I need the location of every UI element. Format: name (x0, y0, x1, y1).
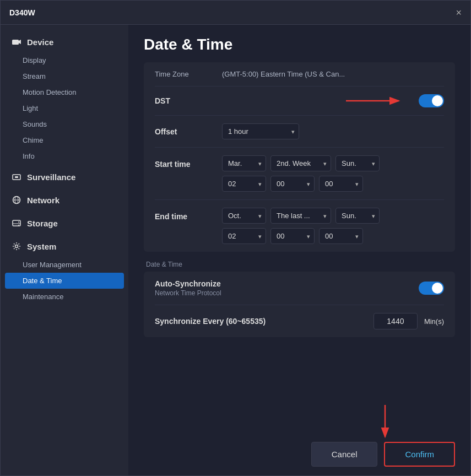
end-m1-select[interactable]: 00 (270, 228, 315, 244)
start-week-select[interactable]: 2nd. Week (270, 155, 331, 171)
confirm-button[interactable]: Confirm (384, 442, 455, 467)
sidebar-category-system[interactable]: System (1, 236, 128, 257)
svg-marker-1 (19, 40, 21, 44)
main-layout: Device Display Stream Motion Detection L… (1, 25, 470, 475)
end-month-select[interactable]: Oct. (222, 208, 266, 224)
start-day-select[interactable]: Sun. (335, 155, 380, 171)
dst-label: DST (155, 96, 215, 105)
footer: Cancel Confirm (128, 433, 470, 475)
sync-every-row: Synchronize Every (60~65535) Min(s) (155, 305, 444, 337)
end-time-bottom: 02 00 00 (222, 228, 444, 244)
start-time-top: Mar. 2nd. Week S (222, 155, 444, 171)
storage-label: Storage (27, 219, 58, 228)
sidebar-item-date-time[interactable]: Date & Time (5, 273, 124, 289)
offset-controls: 30 min 1 hour 2 hours (222, 123, 444, 139)
dst-arrow-indicator (346, 93, 407, 109)
timezone-value: (GMT-5:00) Eastern Time (US & Can... (222, 70, 345, 78)
app-window: D340W × Device Display (0, 0, 471, 476)
sidebar-item-sounds[interactable]: Sounds (1, 116, 128, 132)
offset-select-wrap: 30 min 1 hour 2 hours (222, 123, 299, 139)
sidebar-category-network[interactable]: Network (1, 190, 128, 210)
end-week-wrap: The last ... (270, 208, 331, 224)
end-day-select[interactable]: Sun. (335, 208, 380, 224)
dst-toggle[interactable] (419, 94, 444, 107)
end-week-select[interactable]: The last ... (270, 208, 331, 224)
sync-every-left: Synchronize Every (60~65535) (155, 316, 367, 326)
datetime-section-label: Date & Time (144, 261, 455, 268)
sidebar-item-maintenance[interactable]: Maintenance (1, 289, 128, 305)
start-month-wrap: Mar. (222, 155, 266, 171)
end-time-top: Oct. The last ... (222, 208, 444, 224)
sidebar-item-info[interactable]: Info (1, 148, 128, 164)
start-time-row: Start time Mar. 2nd. Wee (155, 148, 444, 200)
end-time-label: End time (155, 208, 215, 221)
auto-sync-toggle-knob (432, 283, 443, 294)
end-month-wrap: Oct. (222, 208, 266, 224)
sidebar-item-chime[interactable]: Chime (1, 132, 128, 148)
start-day-wrap: Sun. (335, 155, 380, 171)
start-time-bottom: 02 00 00 (222, 176, 444, 192)
timezone-label: Time Zone (155, 70, 215, 78)
start-m2-select[interactable]: 00 (319, 176, 363, 192)
sync-unit: Min(s) (424, 317, 444, 326)
offset-row: Offset 30 min 1 hour 2 hours (155, 116, 444, 148)
end-h-select[interactable]: 02 (222, 228, 266, 244)
sidebar-section-device: Device Display Stream Motion Detection L… (1, 31, 128, 164)
close-button[interactable]: × (456, 8, 462, 18)
offset-label: Offset (155, 127, 215, 136)
datetime-section-card: Auto-Synchronize Network Time Protocol S… (144, 272, 455, 337)
dst-toggle-wrap (222, 94, 444, 107)
offset-select[interactable]: 30 min 1 hour 2 hours (222, 123, 299, 139)
sidebar-section-network: Network (1, 190, 128, 210)
end-m1-wrap: 00 (270, 228, 315, 244)
surveillance-label: Surveillance (27, 172, 75, 182)
sidebar-item-light[interactable]: Light (1, 100, 128, 116)
footer-container: Cancel Confirm (128, 433, 470, 475)
page-title: Date & Time (128, 25, 470, 62)
start-h-select[interactable]: 02 (222, 176, 266, 192)
start-m1-select[interactable]: 00 (270, 176, 315, 192)
timezone-row: Time Zone (GMT-5:00) Eastern Time (US & … (155, 62, 444, 86)
device-label: Device (27, 37, 53, 47)
camera-icon (12, 37, 21, 47)
start-time-label: Start time (155, 155, 215, 169)
sidebar: Device Display Stream Motion Detection L… (1, 25, 128, 475)
svg-rect-7 (13, 220, 20, 226)
start-time-controls: Mar. 2nd. Week S (222, 155, 444, 192)
start-week-wrap: 2nd. Week (270, 155, 331, 171)
sync-input[interactable] (373, 313, 418, 329)
sidebar-section-system: System User Management Date & Time Maint… (1, 236, 128, 305)
sidebar-item-motion-detection[interactable]: Motion Detection (1, 84, 128, 100)
gear-icon (12, 241, 21, 251)
end-time-row: End time Oct. The last . (155, 200, 444, 252)
cancel-button[interactable]: Cancel (311, 442, 378, 467)
start-month-select[interactable]: Mar. (222, 155, 266, 171)
sidebar-item-user-management[interactable]: User Management (1, 257, 128, 273)
sidebar-category-storage[interactable]: Storage (1, 213, 128, 234)
auto-sync-toggle[interactable] (419, 282, 444, 295)
start-h-wrap: 02 (222, 176, 266, 192)
sidebar-category-surveillance[interactable]: Surveillance (1, 166, 128, 187)
end-m2-select[interactable]: 00 (319, 228, 363, 244)
svg-rect-0 (12, 40, 19, 45)
dst-toggle-knob (432, 95, 443, 106)
sidebar-section-storage: Storage (1, 213, 128, 234)
svg-point-9 (18, 221, 19, 223)
sidebar-item-display[interactable]: Display (1, 52, 128, 68)
end-time-controls: Oct. The last ... (222, 208, 444, 244)
auto-sync-row: Auto-Synchronize Network Time Protocol (155, 272, 444, 305)
svg-point-10 (18, 225, 19, 226)
content-area: Date & Time Time Zone (GMT-5:00) Eastern… (128, 25, 470, 475)
system-label: System (27, 242, 56, 251)
window-title: D340W (9, 8, 35, 17)
dst-section-card: Time Zone (GMT-5:00) Eastern Time (US & … (144, 62, 455, 252)
auto-sync-title: Auto-Synchronize (155, 279, 412, 288)
sidebar-category-device[interactable]: Device (1, 31, 128, 52)
sidebar-section-surveillance: Surveillance (1, 166, 128, 187)
svg-point-11 (15, 245, 18, 248)
network-label: Network (27, 196, 59, 205)
title-bar: D340W × (1, 1, 470, 25)
svg-rect-3 (15, 176, 18, 178)
end-m2-wrap: 00 (319, 228, 363, 244)
sidebar-item-stream[interactable]: Stream (1, 68, 128, 84)
